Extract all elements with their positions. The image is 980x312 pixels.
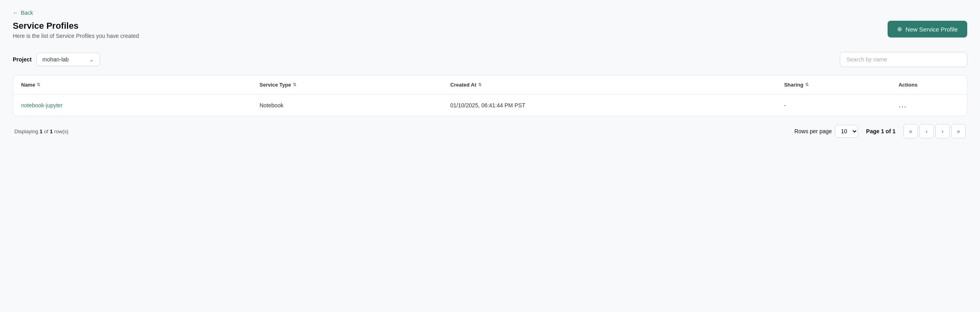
- displaying-current: 1: [40, 128, 43, 134]
- search-wrapper: [840, 52, 967, 67]
- col-header-service-type[interactable]: Service Type ⇅: [252, 75, 443, 95]
- col-header-created-at[interactable]: Created At ⇅: [442, 75, 776, 95]
- cell-name: notebook-jupyter: [13, 95, 252, 116]
- cell-actions: ...: [890, 95, 967, 116]
- sort-icon-service-type: ⇅: [293, 83, 296, 87]
- table-footer: Displaying 1 of 1 row(s) Rows per page 1…: [13, 116, 967, 146]
- page-current: 1: [881, 128, 884, 134]
- new-service-profile-button[interactable]: ⊕ New Service Profile: [888, 21, 967, 38]
- last-page-button[interactable]: »: [951, 124, 966, 138]
- project-value: mohan-lab: [42, 56, 69, 63]
- first-page-button[interactable]: «: [904, 124, 918, 138]
- chevron-down-icon: ⌄: [89, 56, 94, 63]
- next-page-button[interactable]: ›: [935, 124, 950, 138]
- sort-icon-created-at: ⇅: [478, 83, 482, 87]
- page-total: 1: [892, 128, 896, 134]
- rows-per-page-control: Rows per page 10 25 50: [794, 125, 858, 138]
- page-info: Page 1 of 1: [866, 128, 896, 134]
- cell-created-at: 01/10/2025, 06:41:44 PM PST: [442, 95, 776, 116]
- back-label: Back: [21, 10, 33, 16]
- profile-name-link[interactable]: notebook-jupyter: [21, 102, 63, 109]
- header-left: Service Profiles Here is the list of Ser…: [13, 21, 139, 39]
- page-nav-buttons: « ‹ › »: [904, 124, 966, 138]
- col-header-actions: Actions: [890, 75, 967, 95]
- pagination-controls: Rows per page 10 25 50 Page 1 of 1 « ‹ ›…: [794, 124, 966, 138]
- sort-icon-sharing: ⇅: [805, 83, 809, 87]
- page-header: Service Profiles Here is the list of Ser…: [13, 21, 967, 39]
- back-link[interactable]: ← Back: [13, 10, 33, 16]
- table-header-row: Name ⇅ Service Type ⇅ Created At ⇅: [13, 75, 967, 95]
- service-profiles-table: Name ⇅ Service Type ⇅ Created At ⇅: [13, 75, 967, 116]
- page-subtitle: Here is the list of Service Profiles you…: [13, 33, 139, 39]
- sort-icon-name: ⇅: [37, 83, 40, 87]
- search-input[interactable]: [840, 52, 967, 67]
- rows-per-page-select[interactable]: 10 25 50: [835, 125, 858, 138]
- new-service-profile-label: New Service Profile: [906, 26, 958, 33]
- cell-service-type: Notebook: [252, 95, 443, 116]
- row-actions-menu[interactable]: ...: [898, 101, 907, 109]
- col-header-name[interactable]: Name ⇅: [13, 75, 252, 95]
- plus-circle-icon: ⊕: [897, 26, 902, 33]
- cell-sharing: -: [776, 95, 890, 116]
- back-arrow-icon: ←: [13, 10, 18, 16]
- rows-per-page-label: Rows per page: [794, 128, 832, 134]
- filters-row: Project mohan-lab ⌄: [13, 52, 967, 67]
- project-label: Project: [13, 56, 31, 63]
- project-dropdown[interactable]: mohan-lab ⌄: [36, 53, 100, 66]
- displaying-info: Displaying 1 of 1 row(s): [14, 128, 69, 134]
- prev-page-button[interactable]: ‹: [919, 124, 934, 138]
- table-row: notebook-jupyter Notebook 01/10/2025, 06…: [13, 95, 967, 116]
- col-header-sharing[interactable]: Sharing ⇅: [776, 75, 890, 95]
- filter-left: Project mohan-lab ⌄: [13, 53, 100, 66]
- page-title: Service Profiles: [13, 21, 139, 31]
- displaying-total: 1: [50, 128, 53, 134]
